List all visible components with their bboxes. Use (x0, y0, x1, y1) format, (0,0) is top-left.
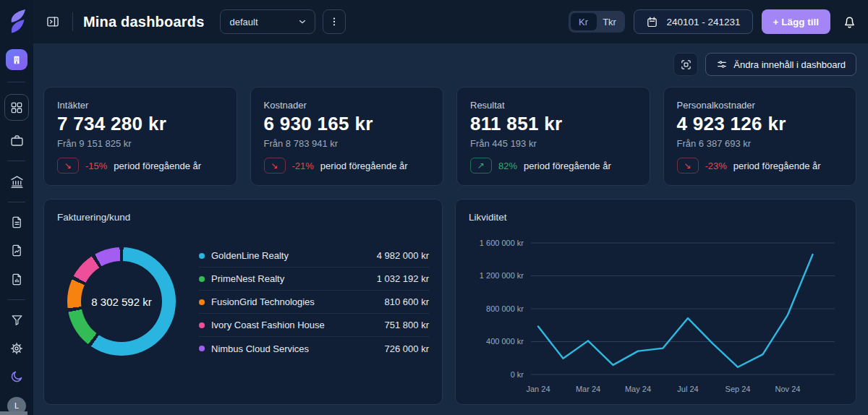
svg-text:Mar 24: Mar 24 (576, 385, 600, 393)
left-sidebar: L (0, 43, 33, 415)
legend-item[interactable]: PrimeNest Realty 1 032 192 kr (199, 268, 429, 291)
dashboard-menu-button[interactable] (323, 9, 346, 34)
svg-text:1 200 000 kr: 1 200 000 kr (480, 271, 524, 280)
kpi-change: ↘ -23% period föregående år (677, 158, 843, 174)
kpi-label: Kostnader (264, 100, 430, 111)
legend-dot (199, 299, 205, 305)
svg-text:Sep 24: Sep 24 (726, 385, 751, 393)
svg-text:800 000 kr: 800 000 kr (486, 304, 524, 313)
horizontal-scrollbar[interactable] (0, 411, 27, 415)
kpi-value: 6 930 165 kr (264, 113, 430, 135)
kpi-change: ↘ -15% period föregående år (57, 158, 224, 174)
edit-dashboard-button[interactable]: Ändra innehåll i dashboard (705, 53, 856, 76)
currency-unit-toggle: Kr Tkr (569, 11, 625, 33)
legend-item[interactable]: GoldenLine Realty 4 982 000 kr (199, 244, 429, 268)
kpi-change-percent: -21% (292, 161, 314, 171)
date-range-picker[interactable]: 240101 - 241231 (634, 9, 753, 34)
legend-dot (199, 346, 205, 351)
legend-name: PrimeNest Realty (211, 273, 284, 284)
legend-item[interactable]: Nimbus Cloud Services 726 000 kr (199, 337, 429, 360)
liquidity-card[interactable]: Likviditet 0 kr400 000 kr800 000 kr1 200… (455, 199, 856, 405)
panel-title: Likviditet (469, 212, 843, 223)
building-icon (12, 55, 22, 65)
sidebar-item-bank[interactable] (8, 173, 25, 189)
dashboard-select[interactable]: default (220, 9, 315, 34)
trend-arrow-badge: ↘ (57, 158, 79, 174)
trend-arrow-badge: ↗ (470, 158, 492, 174)
kpi-change-percent: -23% (705, 161, 727, 171)
charts-row: Fakturering/kund 8 302 592 kr GoldenLine… (43, 199, 856, 405)
sidebar-item-settings[interactable] (8, 340, 25, 356)
kpi-value: 7 734 280 kr (57, 113, 224, 135)
kpi-card-kostnader[interactable]: Kostnader 6 930 165 kr Från 8 783 941 kr… (250, 87, 444, 186)
kpi-label: Resultat (470, 100, 637, 111)
legend-name: Ivory Coast Fashion House (211, 320, 325, 330)
kpi-card-resultat[interactable]: Resultat 811 851 kr Från 445 193 kr ↗ 82… (456, 87, 650, 186)
kpi-change: ↗ 82% period föregående år (470, 158, 637, 174)
sidebar-item-dashboard[interactable] (4, 94, 29, 121)
kpi-label: Intäkter (57, 100, 224, 111)
svg-text:1 600 000 kr: 1 600 000 kr (480, 239, 524, 247)
legend-value: 4 982 000 kr (377, 250, 429, 261)
legend-name: FusionGrid Technologies (211, 296, 315, 307)
app-logo (0, 0, 33, 43)
legend-name: Nimbus Cloud Services (211, 343, 309, 354)
kpi-change-percent: 82% (498, 161, 517, 171)
svg-text:400 000 kr: 400 000 kr (486, 337, 524, 346)
expand-icon (680, 59, 692, 71)
unit-option-kr[interactable]: Kr (571, 13, 597, 30)
sidebar-toggle-icon[interactable] (41, 9, 65, 34)
trend-arrow-icon: ↘ (64, 161, 72, 171)
liquidity-line-chart[interactable]: 0 kr400 000 kr800 000 kr1 200 000 kr1 60… (466, 231, 843, 396)
kpi-card-intakter[interactable]: Intäkter 7 734 280 kr Från 9 151 825 kr … (43, 87, 237, 186)
page-title: Mina dashboards (83, 14, 204, 30)
bell-icon (842, 14, 857, 30)
legend-dot (199, 322, 205, 328)
svg-text:0 kr: 0 kr (511, 370, 524, 379)
trend-arrow-icon: ↘ (684, 161, 691, 171)
donut-legend: GoldenLine Realty 4 982 000 kr PrimeNest… (199, 244, 429, 360)
legend-value: 1 032 192 kr (377, 273, 429, 284)
briefcase-icon (9, 133, 25, 148)
document-bars-icon (10, 273, 24, 286)
kpi-value: 4 923 126 kr (677, 113, 843, 135)
kpi-change-period: period föregående år (524, 161, 611, 171)
legend-item[interactable]: Ivory Coast Fashion House 751 800 kr (199, 314, 429, 337)
legend-item[interactable]: FusionGrid Technologies 810 600 kr (199, 291, 429, 314)
dashboard-select-value: default (229, 17, 258, 27)
kpi-change-period: period föregående år (320, 161, 408, 171)
donut-total: 8 302 592 kr (91, 296, 151, 308)
svg-text:Nov 24: Nov 24 (775, 385, 801, 393)
funnel-icon (10, 313, 24, 327)
add-widget-button[interactable]: + Lägg till (762, 9, 830, 34)
billing-per-customer-card[interactable]: Fakturering/kund 8 302 592 kr GoldenLine… (43, 199, 443, 405)
legend-name: GoldenLine Realty (211, 250, 289, 261)
notifications-button[interactable] (836, 9, 862, 35)
workspace-avatar[interactable] (6, 49, 27, 70)
trend-arrow-icon: ↗ (477, 161, 485, 171)
sidebar-item-report-trend[interactable] (8, 242, 25, 259)
kpi-card-personalkostnader[interactable]: Personalkostnader 4 923 126 kr Från 6 38… (663, 87, 857, 186)
trend-arrow-icon: ↘ (271, 161, 278, 171)
kpi-change: ↘ -21% period föregående år (264, 158, 430, 174)
dashboard-toolbar: Ändra innehåll i dashboard (673, 53, 856, 76)
fullscreen-button[interactable] (673, 53, 698, 76)
dashboard-content: Ändra innehåll i dashboard Intäkter 7 73… (33, 43, 868, 415)
unit-option-tkr[interactable]: Tkr (597, 13, 623, 30)
sidebar-item-report-bars[interactable] (8, 270, 25, 287)
theme-toggle-moon-icon[interactable] (8, 368, 25, 385)
sidebar-item-report-text[interactable] (8, 214, 25, 231)
gear-icon (9, 341, 24, 356)
kpi-label: Personalkostnader (677, 100, 843, 111)
sidebar-item-portfolio[interactable] (8, 132, 25, 149)
kpi-previous-value: Från 6 387 693 kr (677, 138, 843, 149)
donut-chart[interactable]: 8 302 592 kr (67, 247, 176, 356)
legend-value: 810 600 kr (385, 296, 429, 307)
flame-logo-icon (7, 9, 27, 35)
sidebar-item-filter[interactable] (8, 312, 25, 328)
date-range-value: 240101 - 241231 (667, 17, 741, 27)
svg-text:Jul 24: Jul 24 (677, 385, 698, 393)
kpi-change-percent: -15% (85, 161, 107, 171)
grid-icon (9, 100, 24, 115)
legend-value: 726 000 kr (385, 343, 429, 354)
